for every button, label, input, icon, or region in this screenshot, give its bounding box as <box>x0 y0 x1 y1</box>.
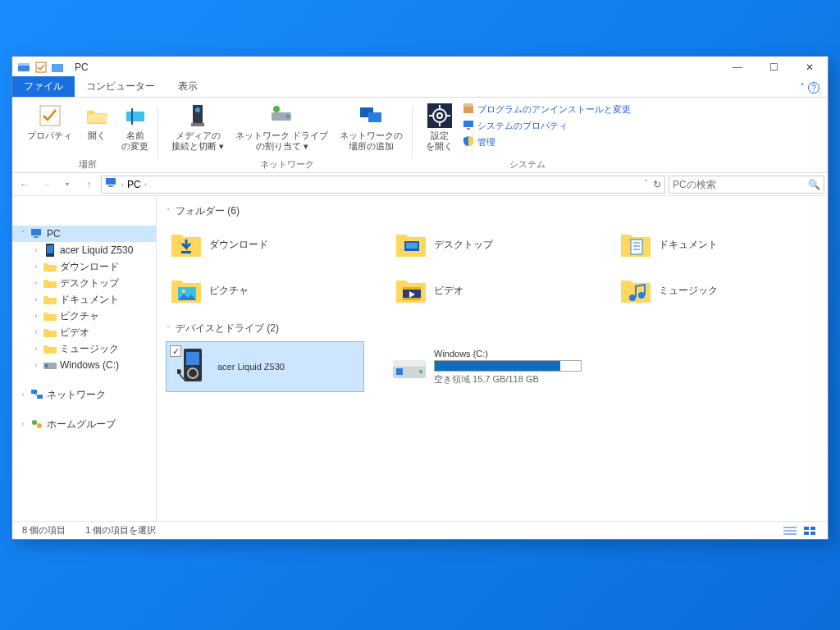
tab-view[interactable]: 表示 <box>167 76 209 97</box>
folder-downloads[interactable]: ダウンロード <box>167 225 368 264</box>
svg-point-47 <box>182 290 185 293</box>
view-details-button[interactable] <box>782 524 798 537</box>
chevron-right-icon[interactable]: › <box>32 262 40 271</box>
folder-music[interactable]: ミュージック <box>616 271 818 310</box>
tree-item-pictures[interactable]: ›ピクチャ <box>12 308 156 324</box>
chevron-down-icon: ˅ <box>167 208 171 216</box>
system-links: プログラムのアンインストールと変更 システムのプロパティ 管理 <box>459 101 634 153</box>
status-item-count: 8 個の項目 <box>22 524 66 536</box>
folder-pictures[interactable]: ピクチャ <box>167 271 368 310</box>
tree-item-desktop[interactable]: ›デスクトップ <box>12 275 156 291</box>
svg-rect-28 <box>31 229 41 235</box>
chevron-right-icon: › <box>121 180 124 189</box>
svg-rect-66 <box>804 532 809 535</box>
network-icon <box>30 388 43 401</box>
tree-item-music[interactable]: ›ミュージック <box>12 340 156 357</box>
folder-icon <box>43 326 57 339</box>
downloads-folder-icon <box>170 228 203 261</box>
chevron-right-icon[interactable]: › <box>19 420 27 428</box>
maximize-button[interactable]: ☐ <box>756 57 792 78</box>
folders-section-header[interactable]: ˅ フォルダー (6) <box>167 204 818 218</box>
chevron-right-icon[interactable]: › <box>32 279 40 287</box>
recent-dropdown[interactable]: ▾ <box>58 176 76 194</box>
ribbon-group-location: プロパティ 開く 名前 の変更 場所 <box>17 101 158 172</box>
svg-rect-9 <box>191 123 204 126</box>
folder-icon <box>43 293 57 306</box>
media-connect-button[interactable]: メディアの 接続と切断 ▾ <box>167 101 229 153</box>
view-large-icons-button[interactable] <box>801 524 818 537</box>
device-drive-c[interactable]: Windows (C:) 空き領域 15.7 GB/118 GB <box>383 342 613 391</box>
folder-documents[interactable]: ドキュメント <box>616 225 818 264</box>
tab-computer[interactable]: コンピューター <box>75 76 167 97</box>
homegroup-icon <box>30 418 43 431</box>
search-icon[interactable]: 🔍 <box>808 179 820 190</box>
folder-videos[interactable]: ビデオ <box>391 271 593 310</box>
svg-rect-5 <box>126 112 144 121</box>
tree-item-videos[interactable]: ›ビデオ <box>12 324 156 340</box>
rename-icon <box>122 103 148 129</box>
forward-button[interactable]: → <box>37 176 55 194</box>
monitor-icon <box>463 119 474 132</box>
tree-item-homegroup[interactable]: ›ホームグループ <box>12 416 156 432</box>
tree-item-drive-c[interactable]: ›Windows (C:) <box>12 357 156 373</box>
ribbon-collapse-button[interactable]: ˄ ? <box>792 79 828 97</box>
svg-point-37 <box>32 420 37 425</box>
chevron-down-icon[interactable]: ˅ <box>644 179 648 190</box>
svg-rect-24 <box>463 121 473 127</box>
documents-folder-icon <box>619 228 652 261</box>
search-box[interactable]: 🔍 <box>669 176 824 194</box>
up-button[interactable]: ↑ <box>80 176 98 194</box>
folder-desktop[interactable]: デスクトップ <box>391 225 593 264</box>
drive-icon <box>43 358 57 372</box>
manage-link[interactable]: 管理 <box>463 135 631 148</box>
chevron-right-icon[interactable]: › <box>32 345 40 353</box>
system-properties-link[interactable]: システムのプロパティ <box>463 119 631 132</box>
chevron-down-icon[interactable]: ˅ <box>19 230 27 238</box>
tree-item-phone[interactable]: ›acer Liquid Z530 <box>12 242 156 258</box>
chevron-right-icon[interactable]: › <box>32 328 40 336</box>
help-icon[interactable]: ? <box>808 82 819 94</box>
selection-checkbox[interactable]: ✓ <box>170 345 181 357</box>
breadcrumb-pc[interactable]: PC <box>127 179 141 190</box>
new-folder-qat-icon[interactable] <box>52 62 63 73</box>
tree-item-pc[interactable]: ˅ PC <box>12 226 156 242</box>
drive-c-caption: 空き領域 15.7 GB/118 GB <box>434 373 582 386</box>
back-button[interactable]: ← <box>16 176 34 194</box>
close-button[interactable]: ✕ <box>792 57 828 78</box>
chevron-right-icon[interactable]: › <box>19 390 27 399</box>
add-network-location-button[interactable]: ネットワークの 場所の追加 <box>335 101 408 153</box>
breadcrumb[interactable]: › PC › ˅ ↻ <box>101 176 665 194</box>
tab-file[interactable]: ファイル <box>12 76 75 97</box>
uninstall-programs-link[interactable]: プログラムのアンインストールと変更 <box>463 103 631 116</box>
desktop-folder-icon <box>395 228 427 261</box>
refresh-icon[interactable]: ↻ <box>653 179 661 190</box>
device-phone[interactable]: ✓ acer Liquid Z530 <box>167 342 363 391</box>
properties-button[interactable]: プロパティ <box>22 101 77 153</box>
properties-qat-icon[interactable] <box>35 62 47 73</box>
chevron-right-icon[interactable]: › <box>32 295 40 304</box>
chevron-right-icon[interactable]: › <box>32 312 40 320</box>
svg-rect-26 <box>106 178 116 185</box>
videos-folder-icon <box>395 274 427 307</box>
chevron-right-icon: › <box>144 180 147 189</box>
rename-button[interactable]: 名前 の変更 <box>116 101 153 153</box>
drive-icon <box>391 347 426 386</box>
map-drive-button[interactable]: ネットワーク ドライブ の割り当て ▾ <box>231 101 333 153</box>
open-settings-button[interactable]: 設定 を開く <box>421 101 458 153</box>
chevron-right-icon[interactable]: › <box>32 361 40 369</box>
tree-item-network[interactable]: ›ネットワーク <box>12 386 156 403</box>
search-input[interactable] <box>673 179 808 190</box>
tree-item-documents[interactable]: ›ドキュメント <box>12 291 156 308</box>
chevron-right-icon[interactable]: › <box>32 246 40 254</box>
ribbon-group-network: メディアの 接続と切断 ▾ ネットワーク ドライブ の割り当て ▾ ネットワーク… <box>162 101 413 172</box>
shield-icon <box>463 135 474 148</box>
minimize-button[interactable]: — <box>719 57 756 78</box>
phone-icon <box>43 244 57 257</box>
tree-item-downloads[interactable]: ›ダウンロード <box>12 258 156 275</box>
music-folder-icon <box>619 274 652 307</box>
chevron-down-icon: ˅ <box>167 325 171 333</box>
svg-point-56 <box>177 369 181 374</box>
devices-section-header[interactable]: ˅ デバイスとドライブ (2) <box>167 322 818 336</box>
folder-icon <box>43 309 57 322</box>
open-button[interactable]: 開く <box>79 101 115 153</box>
